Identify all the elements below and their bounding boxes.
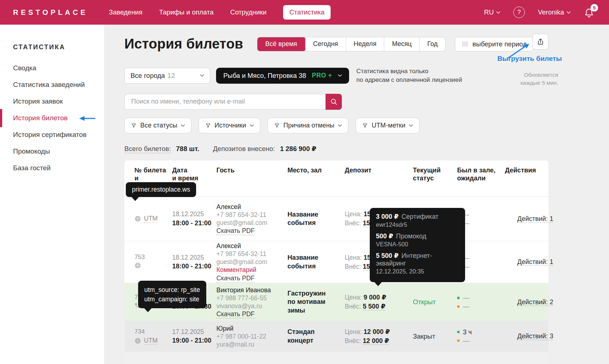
- language-dropdown[interactable]: RU: [484, 8, 500, 16]
- chevron-down-icon: [409, 124, 413, 127]
- brand-logo[interactable]: RESTOPLACE: [13, 8, 88, 17]
- download-pdf-link[interactable]: Скачать PDF: [216, 274, 255, 283]
- date-cell: 18.12.2025 18:00 - 21:00: [172, 253, 216, 271]
- comment-link[interactable]: Комментарий: [216, 266, 256, 274]
- deposit-entry: 500 ₽Промокод VESNA-500: [376, 232, 459, 248]
- download-pdf-link[interactable]: Скачать PDF: [216, 310, 255, 318]
- export-tickets-button[interactable]: [533, 34, 548, 50]
- user-name: Veronika: [538, 8, 564, 16]
- question-icon: ?: [517, 9, 521, 16]
- sidebar-item-tickets-history[interactable]: История билетов: [0, 110, 104, 126]
- presence-cell: 3 ч —: [457, 328, 505, 345]
- table-row: 721 17.12.2025 Андрей +7 777 777-77-77 С…: [124, 352, 548, 364]
- deposit-breakdown-tooltip: 3 000 ₽Сертификат ewr124sdr5 500 ₽Промок…: [370, 208, 465, 282]
- funnel-icon: [131, 122, 137, 129]
- chip-sources[interactable]: Источники: [199, 118, 260, 133]
- user-menu[interactable]: Veronika: [538, 8, 571, 16]
- ticket-number: 753: [134, 254, 169, 261]
- annotation-arrow-export: [506, 42, 532, 59]
- topbar-right: RU ? Veronika 5: [484, 6, 596, 18]
- chip-label: Причина отмены: [283, 122, 335, 129]
- chevron-down-icon: [338, 74, 342, 77]
- help-button[interactable]: ?: [513, 7, 525, 18]
- venue-name: Рыба и Мясо, Петровка 38: [223, 72, 306, 80]
- table-row: 753 18.12.2025 18:00 - 21:00 Алексей +7 …: [124, 241, 548, 283]
- page-title: История билетов: [124, 36, 243, 52]
- source-tooltip: primer.restoplace.ws: [126, 182, 196, 197]
- guest-cell: Алексей +7 987 654-32-11 guest@gmail.com…: [216, 242, 287, 283]
- actions-link[interactable]: Действий: 1: [517, 215, 553, 223]
- col-guest: Гость: [216, 166, 287, 191]
- actions-link[interactable]: Действий: 1: [517, 258, 553, 266]
- date-cell: 18.12.2025 18:00 - 21:00: [172, 210, 216, 228]
- summary-row: Всего билетов: 788 шт. Депозитов внесено…: [124, 145, 609, 153]
- globe-icon: [134, 216, 141, 222]
- guest-cell: Виктория Иванова +7 988 777-66-55 vivano…: [216, 286, 287, 318]
- total-tickets-link[interactable]: Всего билетов:: [124, 145, 171, 153]
- paid-amount-link[interactable]: 12 000 ₽: [363, 337, 389, 345]
- chip-label: UTM-метки: [372, 122, 405, 129]
- chevron-down-icon: [200, 74, 204, 77]
- pointer-arrow-icon: [79, 116, 96, 121]
- tab-month[interactable]: Месяц: [384, 37, 419, 51]
- city-count: 12: [167, 72, 175, 80]
- tab-today[interactable]: Сегодня: [305, 37, 346, 51]
- chevron-down-icon: [496, 11, 500, 14]
- refresh-note: Обновляется каждые 5 мин.: [521, 71, 558, 87]
- venue-select[interactable]: Рыба и Мясо, Петровка 38 PRO +: [216, 68, 349, 84]
- utm-link[interactable]: UTM: [144, 337, 158, 345]
- tab-week[interactable]: Неделя: [346, 37, 384, 51]
- language-label: RU: [484, 8, 494, 16]
- chip-statuses[interactable]: Все статусы: [124, 118, 191, 133]
- in-hall-dot: [457, 297, 460, 299]
- status-badge: Закрыт: [413, 332, 435, 340]
- venue-plan-badge: PRO +: [312, 72, 332, 79]
- funnel-icon: [205, 122, 211, 129]
- license-note: Статистика видна только по адресам с опл…: [356, 67, 462, 84]
- notifications-button[interactable]: 5: [584, 6, 596, 18]
- sidebar-item-guest-base[interactable]: База гостей: [0, 160, 104, 176]
- export-icon: [536, 38, 544, 46]
- main-nav: Заведения Тарифы и оплата Сотрудники Ста…: [109, 5, 331, 20]
- chip-cancel-reason[interactable]: Причина отмены: [268, 118, 349, 133]
- chip-utm[interactable]: UTM-метки: [356, 118, 419, 133]
- utm-link[interactable]: UTM: [144, 215, 158, 223]
- deposit-cell: Цена: 12 000 ₽ Внёс: 12 000 ₽: [345, 327, 413, 346]
- ticket-number: 734: [134, 328, 169, 335]
- in-hall-dot: [457, 331, 460, 333]
- paid-amount-link[interactable]: 5 500 ₽: [363, 303, 386, 310]
- actions-link[interactable]: Действий: 2: [517, 298, 553, 306]
- col-presence: Был в зале, ожидали: [457, 166, 505, 191]
- tab-year[interactable]: Год: [419, 37, 446, 51]
- nav-item-statistics[interactable]: Статистика: [283, 5, 331, 20]
- sidebar-heading: СТАТИСТИКА: [13, 43, 104, 51]
- tab-all-time[interactable]: Всё время: [257, 37, 306, 51]
- actions-link[interactable]: Действий: 3: [517, 332, 553, 340]
- sidebar-item-venue-stats[interactable]: Статистика заведений: [0, 76, 104, 93]
- nav-item-tariffs[interactable]: Тарифы и оплата: [159, 8, 214, 16]
- city-select[interactable]: Все города 12: [124, 68, 210, 84]
- funnel-icon: [362, 122, 368, 129]
- chevron-down-icon: [181, 124, 185, 127]
- download-pdf-link[interactable]: Скачать PDF: [216, 227, 255, 235]
- chevron-down-icon: [250, 124, 254, 127]
- funnel-icon: [274, 122, 280, 129]
- sidebar-item-summary[interactable]: Сводка: [0, 60, 104, 76]
- sidebar-item-promocodes[interactable]: Промокоды: [0, 143, 104, 160]
- col-status: Текущий статус: [413, 166, 457, 191]
- chip-label: Все статусы: [140, 122, 177, 129]
- nav-item-venues[interactable]: Заведения: [109, 8, 142, 16]
- ticket-source-cell: 753: [134, 254, 172, 271]
- globe-icon: [134, 262, 141, 269]
- search-button[interactable]: [326, 94, 342, 110]
- sidebar-item-requests-history[interactable]: История заявок: [0, 93, 104, 110]
- search-input[interactable]: [124, 94, 326, 110]
- status-badge: Открыт: [413, 298, 436, 306]
- deposit-entry: 5 500 ₽Интернет-эквайринг 12.12.2025, 20…: [376, 252, 459, 275]
- total-tickets-value: 788 шт.: [176, 145, 199, 153]
- sidebar-item-certificates-history[interactable]: История сертификатов: [0, 126, 104, 143]
- guest-cell: Алексей +7 987 654-32-11 guest@gmail.com…: [216, 203, 287, 235]
- place-cell: Название события: [287, 254, 341, 271]
- nav-item-staff[interactable]: Сотрудники: [230, 8, 266, 16]
- filter-chips: Все статусы Источники Причина отмены UTM…: [124, 118, 609, 133]
